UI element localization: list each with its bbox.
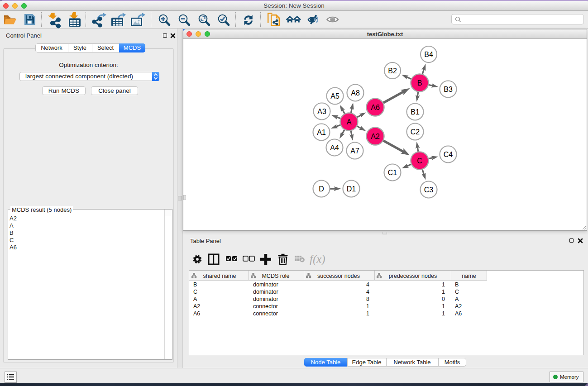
svg-text:1: 1: [442, 289, 445, 295]
svg-text:A1: A1: [317, 129, 326, 136]
svg-text:f(x): f(x): [310, 253, 325, 266]
svg-text:MCDS role: MCDS role: [262, 273, 289, 279]
svg-text:A8: A8: [351, 89, 360, 97]
svg-text:C: C: [455, 289, 459, 295]
svg-text:B3: B3: [444, 86, 453, 93]
svg-text:B: B: [455, 281, 459, 288]
svg-text:D: D: [319, 185, 324, 193]
svg-text:connector: connector: [253, 310, 278, 317]
svg-text:8: 8: [366, 296, 369, 302]
svg-text:A3: A3: [317, 108, 326, 115]
svg-text:C4: C4: [444, 151, 453, 158]
svg-text:D1: D1: [347, 185, 356, 193]
svg-text:A2: A2: [193, 303, 200, 310]
svg-text:dominator: dominator: [253, 296, 278, 302]
svg-text:successor nodes: successor nodes: [317, 273, 360, 279]
svg-text:A6: A6: [193, 310, 200, 317]
svg-text:A7: A7: [350, 147, 359, 155]
svg-text:B: B: [417, 79, 422, 87]
svg-text:1: 1: [366, 303, 369, 310]
svg-text:1: 1: [442, 281, 445, 288]
svg-text:1: 1: [442, 310, 445, 317]
svg-text:C2: C2: [411, 128, 420, 136]
svg-text:B1: B1: [411, 108, 420, 116]
svg-text:connector: connector: [253, 303, 278, 310]
svg-text:dominator: dominator: [253, 281, 278, 288]
svg-text:C: C: [417, 157, 422, 165]
svg-text:A2: A2: [455, 303, 462, 310]
svg-text:C3: C3: [424, 186, 434, 194]
svg-text:0: 0: [442, 296, 445, 302]
svg-text:A: A: [455, 296, 459, 302]
svg-text:A5: A5: [330, 92, 339, 100]
svg-text:B: B: [193, 281, 197, 288]
svg-text:4: 4: [366, 289, 369, 295]
svg-text:B2: B2: [388, 67, 397, 75]
svg-text:B4: B4: [424, 51, 433, 58]
svg-text:1: 1: [366, 310, 369, 317]
svg-text:A4: A4: [330, 144, 339, 152]
svg-text:A: A: [193, 296, 197, 302]
svg-text:C: C: [193, 289, 197, 295]
svg-text:1: 1: [442, 303, 445, 310]
svg-text:dominator: dominator: [253, 289, 278, 295]
svg-text:predecessor nodes: predecessor nodes: [389, 273, 437, 279]
svg-text:4: 4: [366, 281, 369, 288]
svg-text:A: A: [347, 118, 352, 126]
svg-text:name: name: [462, 273, 476, 279]
svg-text:A2: A2: [371, 133, 380, 140]
svg-text:C1: C1: [388, 169, 397, 176]
svg-text:A6: A6: [455, 310, 462, 317]
svg-text:shared name: shared name: [203, 273, 236, 279]
svg-text:A6: A6: [371, 104, 380, 111]
